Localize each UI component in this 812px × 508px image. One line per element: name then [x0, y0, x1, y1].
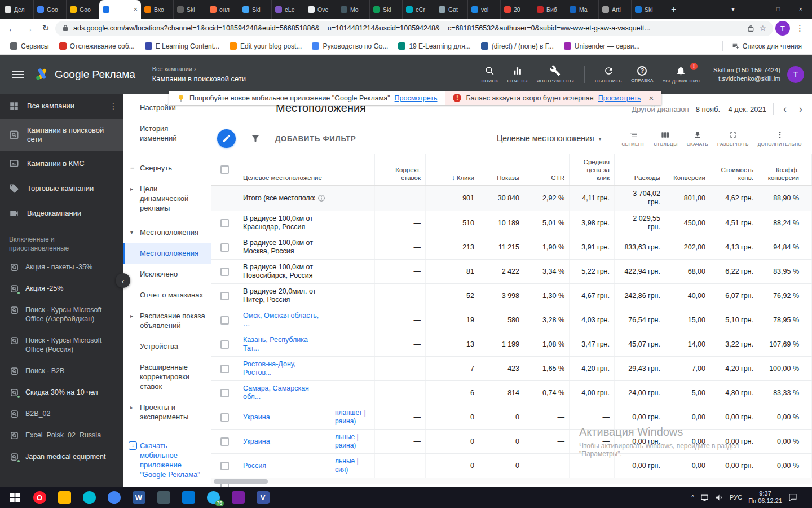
location-name[interactable]: Ростов-на-Дону, Ростов...	[243, 360, 325, 377]
header-search-button[interactable]: ПОИСК	[476, 65, 502, 84]
location-name[interactable]: Казань, Республика Тат...	[243, 336, 325, 353]
tab-close-icon[interactable]: ×	[133, 5, 138, 14]
maximize-button[interactable]: □	[767, 0, 789, 19]
show-desktop-strip[interactable]	[804, 487, 806, 508]
subnav-item[interactable]: История изменений	[123, 118, 211, 148]
bookmark-item[interactable]: Сервисы	[6, 41, 54, 52]
sidebar-campaign[interactable]: Поиск - Курсы Microsoft Office (Россия)	[0, 330, 123, 360]
location-name[interactable]: Украина	[243, 413, 270, 422]
browser-tab[interactable]: Ski ×	[239, 0, 272, 19]
minimize-button[interactable]: –	[744, 0, 767, 19]
header-refresh-button[interactable]: ОБНОВИТЬ	[590, 65, 626, 84]
browser-profile-avatar[interactable]: T	[775, 21, 790, 36]
browser-tab[interactable]: Ove ×	[304, 0, 337, 19]
date-prev-icon[interactable]: ‹	[780, 103, 789, 115]
add-filter-button[interactable]: ДОБАВИТЬ ФИЛЬТР	[275, 134, 356, 143]
browser-tab[interactable]: онл ×	[206, 0, 239, 19]
app-colorful[interactable]	[226, 487, 250, 508]
breadcrumb-parent[interactable]: Все кампании	[152, 65, 246, 73]
row-checkbox[interactable]	[220, 389, 229, 397]
browser-tab[interactable]: Gat ×	[435, 0, 468, 19]
header-tools-button[interactable]: ИНСТРУМЕНТЫ	[532, 65, 579, 84]
sidebar-campaign[interactable]: Скидка 30% на 10 чел	[0, 382, 123, 403]
row-checkbox[interactable]	[220, 292, 229, 300]
messenger[interactable]: 76	[201, 487, 226, 508]
location-name[interactable]: Омск, Омская область, …	[243, 312, 325, 329]
row-checkbox[interactable]	[220, 243, 229, 252]
bookmark-item[interactable]: Отслеживание соб...	[55, 41, 139, 52]
sidebar-campaign[interactable]: Акция - пакеты -35%	[0, 256, 123, 278]
bookmark-item[interactable]: Unisender — серви...	[559, 41, 645, 52]
column-header-clicks[interactable]: ↓Клики	[426, 154, 479, 185]
sidebar-campaign[interactable]: Акция -25%	[0, 278, 123, 299]
subnav-item[interactable]: Местоположения	[123, 243, 211, 264]
browser-tab[interactable]: Ma ×	[566, 0, 599, 19]
scrollbar-thumb[interactable]	[214, 479, 268, 484]
browser-tab[interactable]: Arti ×	[599, 0, 632, 19]
location-name[interactable]: Самара, Самарская обл...	[243, 384, 325, 401]
column-header-bid-adjustment[interactable]: Коррект. ставок	[375, 154, 426, 185]
browser-menu-icon[interactable]: ⋮	[792, 23, 807, 33]
account-avatar[interactable]: T	[787, 66, 804, 83]
browser-tab[interactable]: Mo ×	[337, 0, 370, 19]
row-checkbox[interactable]	[220, 365, 229, 373]
sidebar-item-search-campaigns[interactable]: Кампании в поисковой сети	[0, 119, 123, 151]
browser-tab[interactable]: Биб ×	[533, 0, 566, 19]
bookmark-item[interactable]: Edit your blog post...	[225, 41, 306, 52]
header-notifications-button[interactable]: ! УВЕДОМЛЕНИЯ	[658, 65, 704, 84]
forward-button[interactable]: →	[21, 21, 36, 36]
location-name[interactable]: В радиусе 100,0км от Краснодар, Россия	[243, 214, 325, 231]
browser-tab[interactable]: Вхо ×	[141, 0, 174, 19]
sidebar-campaign[interactable]: Поиск - B2B	[0, 360, 123, 382]
filter-icon[interactable]	[250, 133, 261, 143]
column-header-cost[interactable]: Расходы	[615, 154, 665, 185]
table-row[interactable]: Омск, Омская область, … — 19 580 3,28 % …	[211, 308, 812, 332]
back-button[interactable]: ←	[5, 21, 19, 36]
table-row[interactable]: Ростов-на-Дону, Ростов... — 7 423 1,65 %…	[211, 357, 812, 381]
browser-tab[interactable]: Ski ×	[632, 0, 664, 19]
start-button[interactable]	[2, 487, 27, 508]
browser-tab[interactable]: eLe ×	[272, 0, 304, 19]
date-next-icon[interactable]: ›	[796, 103, 805, 115]
opera[interactable]: O	[27, 487, 52, 508]
file-explorer[interactable]	[52, 487, 77, 508]
column-header-cost-per-conv[interactable]: Стоимость конв.	[710, 154, 758, 185]
browser-tab[interactable]: Goo ×	[34, 0, 67, 19]
browser-tab[interactable]: Ski ×	[174, 0, 206, 19]
sidebar-campaign[interactable]: Excel_Poisk_02_Russia	[0, 424, 123, 446]
subnav-item[interactable]: Отчет о магазинах	[123, 284, 211, 305]
segment-button[interactable]: СЕГМЕНТ	[617, 130, 650, 147]
subnav-item[interactable]: Скачать мобильное приложение "Google Рек…	[123, 435, 211, 485]
menu-hamburger-icon[interactable]	[12, 71, 24, 78]
browser-tab[interactable]: eCr ×	[403, 0, 435, 19]
column-header-location[interactable]: Целевое местоположение	[239, 154, 330, 185]
more-button[interactable]: ДОПОЛНИТЕЛЬНО	[753, 130, 806, 147]
browser-tab[interactable]: Goo ×	[67, 0, 99, 19]
kebab-menu-icon[interactable]: ⋮	[109, 102, 117, 111]
subnav-item[interactable]: Расписание показа объявлений	[123, 305, 211, 336]
browser-tab[interactable]: ×	[99, 0, 141, 19]
subnav-item[interactable]: Расширенные корректировки ставок	[123, 357, 211, 397]
table-row[interactable]: Украина льные |раина) — 0 0 — — 0,00 грн…	[211, 430, 812, 454]
info-icon[interactable]	[317, 194, 325, 202]
location-name[interactable]: В радиусе 20,0мил. от Питер, Россия	[243, 287, 325, 304]
row-checkbox[interactable]	[220, 219, 229, 227]
column-header-impressions[interactable]: Показы	[479, 154, 524, 185]
bookmark-item[interactable]: Руководство по Go...	[307, 41, 392, 52]
sidebar-campaign[interactable]: Japan medical equipment	[0, 446, 123, 467]
network-icon[interactable]	[700, 493, 709, 502]
action-center-icon[interactable]	[788, 493, 797, 502]
location-name[interactable]: В радиусе 100,0км от Москва, Россия	[243, 239, 325, 256]
expand-button[interactable]: РАЗВЕРНУТЬ	[713, 130, 753, 147]
table-row[interactable]: В радиусе 100,0км от Краснодар, Россия —…	[211, 211, 812, 235]
tray-expand-icon[interactable]: ^	[691, 494, 694, 501]
taskbar-clock[interactable]: 9:37 Пн 06.12.21	[748, 490, 782, 505]
new-tab-button[interactable]: +	[664, 0, 683, 19]
location-name[interactable]: Россия	[243, 462, 266, 470]
photos[interactable]	[151, 487, 176, 508]
bookmark-item[interactable]: 19 E-Learning для...	[394, 41, 475, 52]
sidebar-item-display-campaigns[interactable]: Кампании в КМС	[0, 151, 123, 176]
close-button[interactable]: ×	[789, 0, 812, 19]
subnav-item[interactable]: Исключено	[123, 264, 211, 284]
row-checkbox[interactable]	[220, 316, 229, 325]
